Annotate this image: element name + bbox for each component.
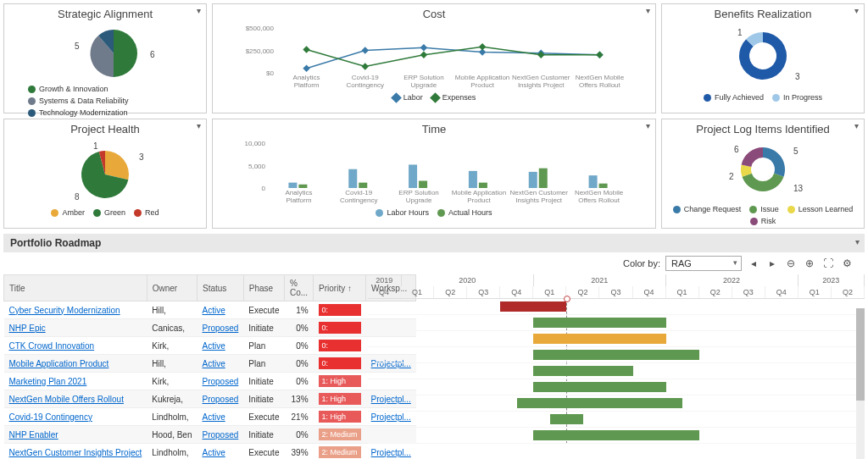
card-menu-icon[interactable]: ▾ [854,6,859,15]
table-row[interactable]: Mobile Application Product Hill, Active … [4,355,416,373]
status-link[interactable]: Active [203,359,225,368]
table-row[interactable]: NHP Epic Canicas, Proposed Initiate 0% 0… [4,319,416,337]
svg-rect-26 [479,43,486,50]
svg-text:2: 2 [729,172,734,181]
status-link[interactable]: Active [203,341,225,351]
svg-text:Product: Product [470,81,494,89]
svg-text:5,000: 5,000 [248,163,266,170]
table-row[interactable]: Covid-19 Contingency Lindholm, Active Ex… [4,408,416,426]
portfolio-roadmap-section: Portfolio Roadmap ▾ Color by: RAG ◂ ▸ ⊖ … [3,234,865,459]
card-title: Time [220,123,648,135]
color-by-select[interactable]: RAG [665,256,742,271]
fit-icon[interactable]: ⛶ [821,257,835,270]
svg-rect-47 [409,164,417,188]
roadmap-menu-icon[interactable]: ▾ [855,237,860,246]
gantt-bar[interactable] [533,366,632,376]
card-menu-icon[interactable]: ▾ [646,6,650,15]
gantt-bar[interactable] [517,398,682,408]
svg-rect-60 [599,184,608,188]
roadmap-title: Portfolio Roadmap [3,234,865,252]
table-row[interactable]: CTK Crowd Innovation Kirk, Active Plan 0… [4,337,416,355]
table-row[interactable]: NextGen Customer Insights Project Lindho… [4,444,416,460]
svg-text:NextGen Customer: NextGen Customer [512,74,570,81]
gantt-area[interactable]: 20192020202120222023 Q4Q1Q2Q3Q4Q1Q2Q3Q4Q… [368,274,865,459]
legend-item: Labor [392,93,423,102]
gantt-bar[interactable] [500,301,566,312]
gear-icon[interactable]: ⚙ [840,257,854,270]
project-link[interactable]: NextGen Customer Insights Project [9,448,142,457]
card-menu-icon[interactable]: ▾ [646,121,650,130]
svg-text:Offers Rollout: Offers Rollout [578,196,620,204]
zoom-out-icon[interactable]: ⊖ [784,257,798,270]
table-row[interactable]: Cyber Security Modernization Hill, Activ… [4,301,416,319]
project-link[interactable]: NHP Epic [9,324,46,333]
prev-icon[interactable]: ◂ [747,257,760,270]
svg-rect-59 [589,175,598,188]
card-menu-icon[interactable]: ▾ [854,121,859,130]
gantt-bar[interactable] [533,334,665,344]
table-row[interactable]: NHP Enabler Hood, Ben Proposed Initiate … [4,426,416,444]
status-link[interactable]: Proposed [203,324,239,333]
status-link[interactable]: Active [203,306,225,315]
svg-rect-19 [420,44,427,51]
zoom-in-icon[interactable]: ⊕ [803,257,816,270]
cost-card: ▾ Cost $0$250,000$500,000AnalyticsPlatfo… [212,3,656,113]
legend-item: Change Request [673,205,742,213]
project-link[interactable]: NHP Enabler [9,430,58,440]
scrollbar[interactable] [856,308,865,459]
svg-text:1: 1 [737,28,743,37]
strategic-pie: 6 5 [37,24,173,83]
project-link[interactable]: NextGen Mobile Offers Rollout [9,395,124,404]
status-link[interactable]: Proposed [203,430,239,440]
gantt-row [368,363,865,379]
gantt-bar[interactable] [533,430,698,440]
column-header[interactable]: Owner [147,275,197,301]
column-header[interactable]: Title [4,275,147,301]
svg-text:Covid-19: Covid-19 [345,189,373,196]
svg-text:NextGen Mobile: NextGen Mobile [576,74,625,81]
project-link[interactable]: Cyber Security Modernization [9,306,120,315]
svg-text:0: 0 [262,185,266,192]
card-menu-icon[interactable]: ▾ [197,6,201,15]
legend-item: Lesson Learned [787,205,854,213]
gantt-bar[interactable] [533,318,665,328]
table-row[interactable]: NextGen Mobile Offers Rollout Kukreja, P… [4,390,416,408]
card-menu-icon[interactable]: ▾ [197,121,201,130]
svg-text:NextGen Customer: NextGen Customer [510,189,569,196]
svg-text:Upgrade: Upgrade [411,81,437,89]
legend-item: In Progress [772,93,822,102]
svg-text:Product: Product [467,196,491,204]
log-donut: 5 13 2 6 [687,139,839,203]
gantt-bar[interactable] [533,350,698,360]
project-health-card: ▾ Project Health 3 8 1 Amber Green Red [3,119,207,229]
svg-text:ERP Solution: ERP Solution [398,189,438,196]
project-link[interactable]: Mobile Application Product [9,359,109,368]
project-link[interactable]: Covid-19 Contingency [9,412,92,422]
svg-text:Analytics: Analytics [293,74,320,81]
column-header[interactable]: % Co... [284,275,313,301]
status-link[interactable]: Proposed [203,377,239,386]
gantt-bar[interactable] [550,414,583,424]
svg-text:3: 3 [795,72,800,81]
legend-item: Fully Achieved [704,93,764,102]
next-icon[interactable]: ▸ [765,257,779,270]
svg-text:$500,000: $500,000 [246,25,275,32]
svg-text:Insights Project: Insights Project [515,196,562,204]
table-row[interactable]: Marketing Plan 2021 Kirk, Proposed Initi… [4,373,416,390]
status-link[interactable]: Active [203,412,225,422]
column-header[interactable]: Priority ↑ [314,275,366,301]
column-header[interactable]: Phase [243,275,284,301]
gantt-bar[interactable] [533,382,665,392]
svg-rect-55 [529,172,537,188]
project-link[interactable]: Marketing Plan 2021 [9,377,87,386]
legend-item: Technology Modernization [28,108,128,117]
column-header[interactable]: Status [198,275,244,301]
svg-text:Covid-19: Covid-19 [352,74,380,81]
status-link[interactable]: Proposed [203,395,239,404]
project-link[interactable]: CTK Crowd Innovation [9,341,95,351]
gantt-row [368,347,865,363]
gantt-row [368,412,865,428]
card-title: Strategic Alignment [11,8,199,20]
strategic-alignment-card: ▾ Strategic Alignment 6 5 Growth & Innov… [3,3,207,113]
status-link[interactable]: Active [203,448,225,457]
